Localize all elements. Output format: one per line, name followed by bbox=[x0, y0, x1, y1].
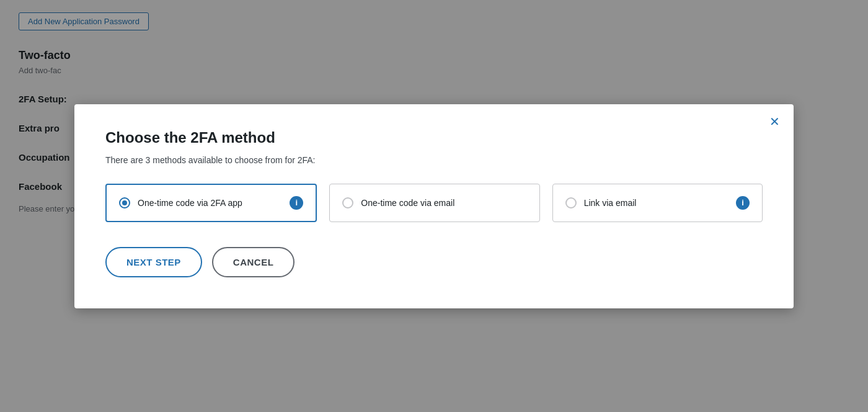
modal-subtitle: There are 3 methods available to choose … bbox=[105, 155, 763, 165]
modal-dialog: ✕ Choose the 2FA method There are 3 meth… bbox=[74, 104, 794, 308]
option-app-label: One-time code via 2FA app bbox=[138, 198, 282, 208]
modal-overlay: ✕ Choose the 2FA method There are 3 meth… bbox=[0, 0, 868, 412]
option-email-link-label: Link via email bbox=[584, 198, 728, 208]
option-email-code-label: One-time code via email bbox=[361, 198, 526, 208]
options-row: One-time code via 2FA app i One-time cod… bbox=[105, 184, 763, 222]
modal-close-button[interactable]: ✕ bbox=[769, 115, 780, 128]
radio-email-link[interactable] bbox=[565, 197, 577, 208]
next-step-button[interactable]: NEXT STEP bbox=[105, 247, 202, 277]
option-email-code[interactable]: One-time code via email bbox=[329, 184, 539, 222]
radio-app[interactable] bbox=[119, 197, 130, 208]
option-email-link[interactable]: Link via email i bbox=[552, 184, 763, 222]
buttons-row: NEXT STEP CANCEL bbox=[105, 247, 763, 277]
cancel-button[interactable]: CANCEL bbox=[212, 247, 295, 277]
info-icon-email-link[interactable]: i bbox=[736, 196, 750, 210]
info-icon-app[interactable]: i bbox=[290, 196, 303, 210]
modal-title: Choose the 2FA method bbox=[105, 129, 763, 146]
radio-email-code[interactable] bbox=[342, 197, 353, 208]
option-app[interactable]: One-time code via 2FA app i bbox=[105, 184, 317, 222]
